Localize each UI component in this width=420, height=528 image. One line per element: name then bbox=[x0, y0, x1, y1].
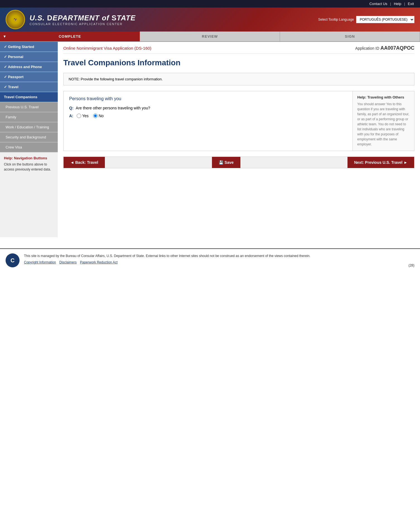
option-yes-label: Yes bbox=[82, 114, 89, 118]
footer-seal: C bbox=[6, 253, 20, 267]
footer-page-number: (28) bbox=[409, 263, 414, 267]
sidebar-item-travel[interactable]: Travel bbox=[0, 82, 58, 92]
note-text: NOTE: Provide the following travel compa… bbox=[69, 77, 163, 81]
copyright-link[interactable]: Copyright Information bbox=[24, 260, 56, 265]
save-button[interactable]: 💾 Save bbox=[212, 157, 240, 168]
option-yes[interactable]: Yes bbox=[77, 114, 89, 118]
tab-sign[interactable]: SIGN bbox=[280, 32, 420, 41]
main-layout: Getting Started Personal Address and Pho… bbox=[0, 42, 420, 237]
sidebar-help-title: Help: Navigation Buttons bbox=[4, 156, 54, 160]
app-id: Application ID AA007AQPOC bbox=[355, 45, 414, 51]
question-row: Q: Are there other persons traveling wit… bbox=[69, 106, 347, 110]
header-title: U.S. DEPARTMENT of STATE CONSULAR ELECTR… bbox=[30, 14, 136, 26]
state-dept-seal: 🦅 bbox=[6, 10, 25, 29]
sidebar-item-passport[interactable]: Passport bbox=[0, 72, 58, 82]
next-button[interactable]: Next: Previous U.S. Travel ► bbox=[347, 157, 414, 168]
exit-link[interactable]: Exit bbox=[405, 1, 417, 6]
top-bar: Contact Us | Help | Exit bbox=[0, 0, 420, 8]
radio-group-travel: Yes No bbox=[77, 114, 104, 118]
nav-tabs: COMPLETE REVIEW SIGN bbox=[0, 32, 420, 42]
contact-us-link[interactable]: Contact Us bbox=[366, 1, 390, 6]
radio-yes[interactable] bbox=[77, 114, 81, 118]
option-no[interactable]: No bbox=[93, 114, 104, 118]
a-label: A: bbox=[69, 114, 73, 118]
app-id-label: Application ID bbox=[355, 46, 379, 51]
sidebar-help-text: Click on the buttons above to access pre… bbox=[4, 162, 54, 172]
content-area: Online Nonimmigrant Visa Application (DS… bbox=[58, 42, 420, 237]
q-label: Q: bbox=[69, 106, 74, 110]
tooltip-language-label: Select Tooltip Language bbox=[318, 18, 354, 21]
page-title: Travel Companions Information bbox=[63, 58, 414, 67]
help-link[interactable]: Help bbox=[391, 1, 404, 6]
dept-name: U.S. DEPARTMENT of STATE bbox=[30, 14, 136, 22]
back-button[interactable]: ◄ Back: Travel bbox=[64, 157, 105, 168]
sidebar-item-travel-companions[interactable]: Travel Companions bbox=[0, 92, 58, 102]
sidebar-item-security-background[interactable]: Security and Background bbox=[0, 132, 58, 142]
header-right: Select Tooltip Language PORTUGUÊS (PORTU… bbox=[318, 16, 414, 23]
help-subtitle: Traveling with Others bbox=[367, 95, 404, 99]
header: 🦅 U.S. DEPARTMENT of STATE CONSULAR ELEC… bbox=[0, 8, 420, 32]
sidebar-item-family[interactable]: Family bbox=[0, 112, 58, 122]
help-box-title: Help: Traveling with Others bbox=[357, 95, 410, 99]
tab-complete[interactable]: COMPLETE bbox=[0, 32, 140, 41]
app-id-value: AA007AQPOC bbox=[380, 45, 414, 51]
option-no-label: No bbox=[99, 114, 104, 118]
header-left: 🦅 U.S. DEPARTMENT of STATE CONSULAR ELEC… bbox=[6, 10, 136, 29]
dept-subtitle: CONSULAR ELECTRONIC APPLICATION CENTER bbox=[30, 22, 136, 26]
question-section-title: Persons traveling with you bbox=[69, 96, 347, 101]
paperwork-reduction-link[interactable]: Paperwork Reduction Act bbox=[80, 260, 118, 265]
radio-no[interactable] bbox=[93, 114, 98, 118]
help-label: Help: bbox=[357, 95, 366, 99]
tab-review[interactable]: REVIEW bbox=[140, 32, 280, 41]
app-title: Online Nonimmigrant Visa Application (DS… bbox=[63, 46, 151, 51]
sidebar-help: Help: Navigation Buttons Click on the bu… bbox=[0, 152, 58, 175]
language-select[interactable]: PORTUGUÊS (PORTUGUESE) bbox=[356, 16, 414, 23]
sidebar-item-crew-visa[interactable]: Crew Visa bbox=[0, 142, 58, 152]
sidebar-item-work-education[interactable]: Work / Education / Training bbox=[0, 122, 58, 132]
help-box-text: You should answer Yes to this question i… bbox=[357, 102, 410, 147]
footer-links: Copyright Information Disclaimers Paperw… bbox=[24, 260, 310, 265]
answer-row: A: Yes No bbox=[69, 114, 347, 118]
footer-body-text: This site is managed by the Bureau of Co… bbox=[24, 253, 310, 259]
question-text: Are there other persons traveling with y… bbox=[76, 106, 150, 110]
page-header: Online Nonimmigrant Visa Application (DS… bbox=[63, 42, 414, 54]
question-main: Persons traveling with you Q: Are there … bbox=[64, 91, 353, 151]
help-box: Help: Traveling with Others You should a… bbox=[353, 91, 414, 151]
disclaimers-link[interactable]: Disclaimers bbox=[59, 260, 77, 265]
sidebar-item-getting-started[interactable]: Getting Started bbox=[0, 42, 58, 52]
sidebar: Getting Started Personal Address and Pho… bbox=[0, 42, 58, 237]
footer: C This site is managed by the Bureau of … bbox=[0, 248, 420, 272]
footer-text-block: This site is managed by the Bureau of Co… bbox=[24, 253, 310, 265]
sidebar-item-personal[interactable]: Personal bbox=[0, 52, 58, 62]
question-section: Persons traveling with you Q: Are there … bbox=[63, 91, 414, 151]
sidebar-item-address-phone[interactable]: Address and Phone bbox=[0, 62, 58, 72]
note-box: NOTE: Provide the following travel compa… bbox=[63, 73, 414, 85]
nav-buttons: ◄ Back: Travel 💾 Save Next: Previous U.S… bbox=[63, 157, 414, 168]
sidebar-item-previous-us-travel[interactable]: Previous U.S. Travel bbox=[0, 102, 58, 112]
